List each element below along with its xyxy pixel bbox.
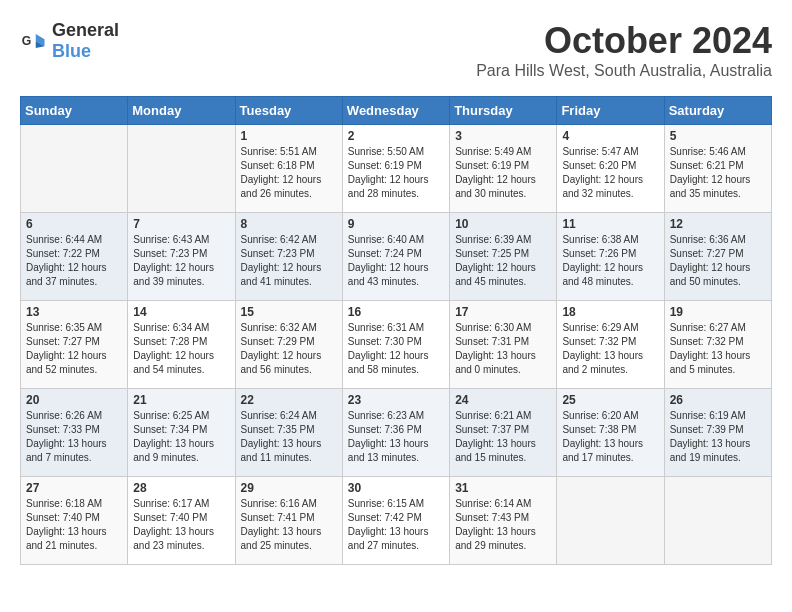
day-info: Sunrise: 6:21 AMSunset: 7:37 PMDaylight:… [455, 409, 551, 465]
calendar-cell [664, 477, 771, 565]
day-info: Sunrise: 6:19 AMSunset: 7:39 PMDaylight:… [670, 409, 766, 465]
day-number: 29 [241, 481, 337, 495]
day-info: Sunrise: 6:29 AMSunset: 7:32 PMDaylight:… [562, 321, 658, 377]
day-number: 30 [348, 481, 444, 495]
calendar-week-row: 1Sunrise: 5:51 AMSunset: 6:18 PMDaylight… [21, 125, 772, 213]
calendar-week-row: 27Sunrise: 6:18 AMSunset: 7:40 PMDayligh… [21, 477, 772, 565]
day-info: Sunrise: 6:30 AMSunset: 7:31 PMDaylight:… [455, 321, 551, 377]
day-number: 26 [670, 393, 766, 407]
calendar-week-row: 13Sunrise: 6:35 AMSunset: 7:27 PMDayligh… [21, 301, 772, 389]
day-info: Sunrise: 6:15 AMSunset: 7:42 PMDaylight:… [348, 497, 444, 553]
weekday-header: Thursday [450, 97, 557, 125]
calendar-cell: 27Sunrise: 6:18 AMSunset: 7:40 PMDayligh… [21, 477, 128, 565]
calendar-cell: 21Sunrise: 6:25 AMSunset: 7:34 PMDayligh… [128, 389, 235, 477]
calendar-cell: 23Sunrise: 6:23 AMSunset: 7:36 PMDayligh… [342, 389, 449, 477]
calendar-cell: 20Sunrise: 6:26 AMSunset: 7:33 PMDayligh… [21, 389, 128, 477]
month-title: October 2024 [476, 20, 772, 62]
day-number: 24 [455, 393, 551, 407]
day-info: Sunrise: 6:14 AMSunset: 7:43 PMDaylight:… [455, 497, 551, 553]
day-info: Sunrise: 5:46 AMSunset: 6:21 PMDaylight:… [670, 145, 766, 201]
day-info: Sunrise: 6:18 AMSunset: 7:40 PMDaylight:… [26, 497, 122, 553]
day-number: 13 [26, 305, 122, 319]
logo-icon: G [20, 27, 48, 55]
day-info: Sunrise: 6:36 AMSunset: 7:27 PMDaylight:… [670, 233, 766, 289]
calendar-cell: 11Sunrise: 6:38 AMSunset: 7:26 PMDayligh… [557, 213, 664, 301]
logo-general: General [52, 20, 119, 40]
title-block: October 2024 Para Hills West, South Aust… [476, 20, 772, 80]
day-number: 31 [455, 481, 551, 495]
day-info: Sunrise: 6:34 AMSunset: 7:28 PMDaylight:… [133, 321, 229, 377]
calendar-cell: 6Sunrise: 6:44 AMSunset: 7:22 PMDaylight… [21, 213, 128, 301]
location-title: Para Hills West, South Australia, Austra… [476, 62, 772, 80]
day-number: 19 [670, 305, 766, 319]
calendar-cell: 7Sunrise: 6:43 AMSunset: 7:23 PMDaylight… [128, 213, 235, 301]
day-info: Sunrise: 6:23 AMSunset: 7:36 PMDaylight:… [348, 409, 444, 465]
day-number: 14 [133, 305, 229, 319]
calendar-cell: 14Sunrise: 6:34 AMSunset: 7:28 PMDayligh… [128, 301, 235, 389]
calendar-cell: 3Sunrise: 5:49 AMSunset: 6:19 PMDaylight… [450, 125, 557, 213]
day-info: Sunrise: 6:40 AMSunset: 7:24 PMDaylight:… [348, 233, 444, 289]
day-number: 17 [455, 305, 551, 319]
day-number: 23 [348, 393, 444, 407]
day-number: 16 [348, 305, 444, 319]
weekday-header: Tuesday [235, 97, 342, 125]
day-number: 2 [348, 129, 444, 143]
weekday-header: Saturday [664, 97, 771, 125]
day-info: Sunrise: 6:32 AMSunset: 7:29 PMDaylight:… [241, 321, 337, 377]
day-number: 8 [241, 217, 337, 231]
calendar-table: SundayMondayTuesdayWednesdayThursdayFrid… [20, 96, 772, 565]
day-info: Sunrise: 6:44 AMSunset: 7:22 PMDaylight:… [26, 233, 122, 289]
calendar-cell: 30Sunrise: 6:15 AMSunset: 7:42 PMDayligh… [342, 477, 449, 565]
day-number: 15 [241, 305, 337, 319]
day-info: Sunrise: 5:51 AMSunset: 6:18 PMDaylight:… [241, 145, 337, 201]
day-info: Sunrise: 6:20 AMSunset: 7:38 PMDaylight:… [562, 409, 658, 465]
weekday-header: Sunday [21, 97, 128, 125]
calendar-cell: 18Sunrise: 6:29 AMSunset: 7:32 PMDayligh… [557, 301, 664, 389]
day-number: 21 [133, 393, 229, 407]
day-info: Sunrise: 6:42 AMSunset: 7:23 PMDaylight:… [241, 233, 337, 289]
calendar-cell: 16Sunrise: 6:31 AMSunset: 7:30 PMDayligh… [342, 301, 449, 389]
weekday-header: Friday [557, 97, 664, 125]
calendar-week-row: 6Sunrise: 6:44 AMSunset: 7:22 PMDaylight… [21, 213, 772, 301]
calendar-cell: 28Sunrise: 6:17 AMSunset: 7:40 PMDayligh… [128, 477, 235, 565]
day-number: 12 [670, 217, 766, 231]
calendar-cell [21, 125, 128, 213]
day-number: 11 [562, 217, 658, 231]
day-number: 18 [562, 305, 658, 319]
day-info: Sunrise: 6:17 AMSunset: 7:40 PMDaylight:… [133, 497, 229, 553]
day-number: 9 [348, 217, 444, 231]
calendar-cell: 29Sunrise: 6:16 AMSunset: 7:41 PMDayligh… [235, 477, 342, 565]
day-number: 5 [670, 129, 766, 143]
day-info: Sunrise: 6:38 AMSunset: 7:26 PMDaylight:… [562, 233, 658, 289]
day-number: 22 [241, 393, 337, 407]
calendar-cell: 31Sunrise: 6:14 AMSunset: 7:43 PMDayligh… [450, 477, 557, 565]
calendar-cell: 2Sunrise: 5:50 AMSunset: 6:19 PMDaylight… [342, 125, 449, 213]
day-number: 3 [455, 129, 551, 143]
day-number: 20 [26, 393, 122, 407]
calendar-cell: 12Sunrise: 6:36 AMSunset: 7:27 PMDayligh… [664, 213, 771, 301]
day-info: Sunrise: 5:49 AMSunset: 6:19 PMDaylight:… [455, 145, 551, 201]
day-info: Sunrise: 6:25 AMSunset: 7:34 PMDaylight:… [133, 409, 229, 465]
calendar-cell: 9Sunrise: 6:40 AMSunset: 7:24 PMDaylight… [342, 213, 449, 301]
day-number: 10 [455, 217, 551, 231]
weekday-header: Wednesday [342, 97, 449, 125]
day-info: Sunrise: 6:31 AMSunset: 7:30 PMDaylight:… [348, 321, 444, 377]
logo-text: General Blue [52, 20, 119, 62]
day-number: 28 [133, 481, 229, 495]
calendar-cell: 15Sunrise: 6:32 AMSunset: 7:29 PMDayligh… [235, 301, 342, 389]
calendar-cell: 10Sunrise: 6:39 AMSunset: 7:25 PMDayligh… [450, 213, 557, 301]
weekday-header-row: SundayMondayTuesdayWednesdayThursdayFrid… [21, 97, 772, 125]
page-header: G General Blue October 2024 Para Hills W… [20, 20, 772, 80]
day-info: Sunrise: 6:39 AMSunset: 7:25 PMDaylight:… [455, 233, 551, 289]
calendar-cell: 4Sunrise: 5:47 AMSunset: 6:20 PMDaylight… [557, 125, 664, 213]
day-info: Sunrise: 6:27 AMSunset: 7:32 PMDaylight:… [670, 321, 766, 377]
day-number: 25 [562, 393, 658, 407]
calendar-week-row: 20Sunrise: 6:26 AMSunset: 7:33 PMDayligh… [21, 389, 772, 477]
calendar-cell [557, 477, 664, 565]
calendar-cell: 26Sunrise: 6:19 AMSunset: 7:39 PMDayligh… [664, 389, 771, 477]
calendar-cell: 24Sunrise: 6:21 AMSunset: 7:37 PMDayligh… [450, 389, 557, 477]
logo: G General Blue [20, 20, 119, 62]
day-info: Sunrise: 6:26 AMSunset: 7:33 PMDaylight:… [26, 409, 122, 465]
day-info: Sunrise: 6:24 AMSunset: 7:35 PMDaylight:… [241, 409, 337, 465]
day-number: 1 [241, 129, 337, 143]
